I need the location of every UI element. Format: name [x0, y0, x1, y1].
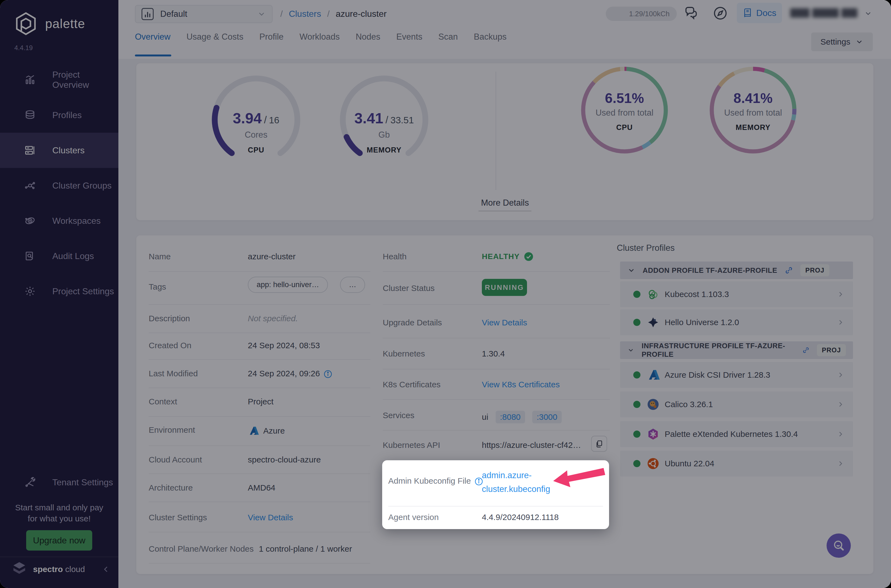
- profile-item-ubuntu[interactable]: Ubuntu 22.04: [620, 451, 853, 477]
- chevron-right-icon: [837, 290, 845, 298]
- main-area: Default / Clusters / azure-cluster 1.29/…: [118, 0, 891, 588]
- assistant-search-button[interactable]: [826, 534, 851, 558]
- profile-item-calico[interactable]: Calico 3.26.1: [620, 392, 853, 417]
- tag-overflow-pill[interactable]: …: [340, 277, 365, 293]
- status-dot: [633, 430, 640, 438]
- tab-nodes[interactable]: Nodes: [356, 32, 381, 44]
- profile-item-azure-disk-csi[interactable]: Azure Disk CSI Driver 1.28.3: [620, 362, 853, 388]
- row-divider: [383, 304, 610, 305]
- row-divider: [148, 416, 370, 417]
- layers-icon: [24, 109, 36, 121]
- kubernetes-api-value: https://azure-cluster-cf42…: [482, 441, 581, 450]
- compass-icon[interactable]: [712, 6, 728, 21]
- server-icon: [24, 144, 36, 156]
- tag-pill[interactable]: app: hello-univer…: [248, 277, 328, 293]
- link-icon: [784, 266, 793, 275]
- sidebar-item-profiles[interactable]: Profiles: [0, 98, 118, 133]
- sidebar-item-label: Clusters: [52, 146, 84, 156]
- row-divider: [148, 359, 370, 360]
- tab-overview[interactable]: Overview: [135, 32, 170, 44]
- sidebar-item-cluster-groups[interactable]: Cluster Groups: [0, 168, 118, 203]
- row-divider: [148, 501, 370, 502]
- upgrade-details-link[interactable]: View Details: [482, 318, 527, 327]
- upgrade-now-button[interactable]: Upgrade now: [26, 530, 92, 550]
- sidebar-item-tenant-settings[interactable]: Tenant Settings: [0, 465, 118, 500]
- agent-version-value: 4.4.9/20240912.1118: [482, 513, 559, 522]
- network-nodes-icon: [24, 180, 36, 191]
- cluster-status-label: Cluster Status: [383, 284, 435, 293]
- sidebar-item-project-overview[interactable]: Project Overview: [0, 62, 118, 98]
- breadcrumb-separator: /: [280, 9, 283, 19]
- upgrade-details-label: Upgrade Details: [383, 318, 442, 327]
- info-icon[interactable]: [323, 369, 333, 379]
- chevron-down-icon: [627, 266, 636, 274]
- tab-workloads[interactable]: Workloads: [300, 32, 340, 44]
- cpu-donut-percent: 6.51%: [583, 90, 666, 106]
- cluster-details-card: Name azure-cluster Tags app: hello-unive…: [136, 236, 873, 574]
- k8s-certificates-link[interactable]: View K8s Certificates: [482, 380, 560, 389]
- cluster-profiles-title: Cluster Profiles: [617, 243, 675, 253]
- copy-api-url-button[interactable]: [591, 436, 607, 452]
- project-selector[interactable]: Default: [135, 5, 273, 23]
- memory-donut-percent: 8.41%: [712, 90, 794, 106]
- docs-button[interactable]: Docs: [737, 3, 782, 23]
- row-divider: [148, 388, 370, 388]
- tab-backups[interactable]: Backups: [474, 32, 507, 44]
- collapse-sidebar-icon[interactable]: [102, 565, 110, 573]
- tags-label: Tags: [148, 282, 166, 291]
- tab-profile[interactable]: Profile: [260, 32, 284, 44]
- service-port-link[interactable]: :8080: [496, 411, 525, 423]
- addon-profile-header[interactable]: ADDON PROFILE TF-AZURE-PROFILE PROJ: [620, 261, 853, 279]
- context-label: Context: [148, 397, 177, 406]
- brand-text: spectro cloud: [33, 565, 85, 574]
- healthy-check-icon: [524, 251, 534, 262]
- chevron-right-icon: [837, 430, 845, 438]
- user-name-redacted[interactable]: [790, 6, 857, 20]
- service-port-link[interactable]: :3000: [532, 411, 562, 423]
- chat-icon[interactable]: [683, 6, 699, 21]
- ubuntu-icon: [646, 457, 660, 470]
- running-status-badge: RUNNING: [482, 279, 527, 296]
- k8s-certificates-label: K8s Certificates: [383, 380, 441, 389]
- sidebar-item-project-settings[interactable]: Project Settings: [0, 274, 118, 309]
- user-menu-chevron-icon[interactable]: [864, 9, 872, 18]
- cpu-gauge-value: 3.94/16: [215, 110, 297, 127]
- calico-icon: [646, 398, 660, 411]
- tab-events[interactable]: Events: [396, 32, 422, 44]
- sidebar-item-workspaces[interactable]: Workspaces: [0, 203, 118, 238]
- profile-item-hello-universe[interactable]: Hello Universe 1.2.0: [620, 309, 853, 335]
- profile-section-title: INFRASTRUCTURE PROFILE TF-AZURE-PROFILE: [642, 342, 795, 359]
- usage-overview-card: 3.94/16 Cores CPU 3.41/33.51 Gb MEMORY 6…: [136, 63, 873, 220]
- sidebar-item-label: Cluster Groups: [52, 181, 111, 191]
- doc-search-icon: [24, 250, 36, 262]
- tab-scan[interactable]: Scan: [438, 32, 458, 44]
- services-value: ui :8080 :3000: [482, 411, 562, 423]
- profile-item-kubecost[interactable]: Kubecost 1.103.3: [620, 281, 853, 307]
- profile-item-palette-extended-kubernetes[interactable]: Palette eXtended Kubernetes 1.30.4: [620, 421, 853, 447]
- spectro-cloud-brand: spectro cloud: [11, 562, 110, 576]
- search-smile-icon: [832, 539, 845, 552]
- memory-gauge-unit: Gb: [343, 130, 425, 140]
- project-chart-icon: [141, 8, 154, 20]
- card-divider: [496, 72, 496, 190]
- more-details-button[interactable]: More Details: [478, 195, 531, 212]
- profile-item-name: Azure Disk CSI Driver 1.28.3: [664, 370, 770, 380]
- infrastructure-profile-header[interactable]: INFRASTRUCTURE PROFILE TF-AZURE-PROFILE …: [620, 341, 853, 359]
- service-name: ui: [482, 412, 488, 422]
- sidebar-item-label: Profiles: [52, 110, 82, 120]
- breadcrumb-clusters-link[interactable]: Clusters: [289, 9, 321, 19]
- profile-item-name: Ubuntu 22.04: [664, 459, 714, 468]
- sidebar-item-clusters[interactable]: Clusters: [0, 133, 118, 168]
- tab-usage-costs[interactable]: Usage & Costs: [186, 32, 243, 44]
- copy-icon: [595, 440, 603, 448]
- app-title: palette: [45, 16, 85, 31]
- created-on-value: 24 Sep 2024, 08:53: [248, 341, 320, 350]
- cluster-settings-link[interactable]: View Details: [248, 513, 293, 522]
- breadcrumb: / Clusters / azure-cluster: [280, 0, 387, 27]
- settings-button[interactable]: Settings: [811, 33, 873, 51]
- chevron-down-icon: [257, 10, 266, 18]
- proj-badge: PROJ: [800, 264, 830, 276]
- description-value: Not specified.: [248, 314, 298, 323]
- sidebar-item-audit-logs[interactable]: Audit Logs: [0, 238, 118, 274]
- azure-disk-icon: [646, 368, 660, 381]
